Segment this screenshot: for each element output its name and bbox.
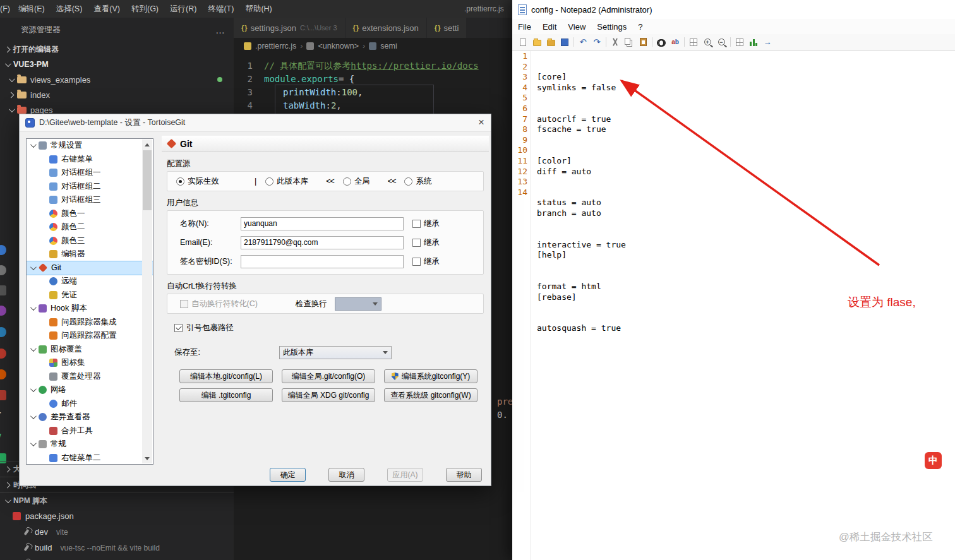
- menu-terminal[interactable]: 终端(T): [202, 4, 239, 15]
- npm-scripts-section[interactable]: NPM 脚本: [0, 492, 234, 508]
- edit-xdg-config-button[interactable]: 编辑全局 XDG git/config: [282, 388, 375, 402]
- zoom-out-icon[interactable]: −: [714, 35, 728, 49]
- code-link[interactable]: https://prettier.io/docs: [351, 59, 478, 73]
- radio-repository[interactable]: 此版本库: [265, 176, 308, 187]
- auto-convert-checkbox[interactable]: [180, 300, 188, 308]
- tab-settings-json[interactable]: { } settings.json C:\...\User 3: [234, 18, 345, 38]
- menu-run[interactable]: 运行(R): [164, 4, 202, 15]
- radio-system[interactable]: 系统: [404, 176, 431, 187]
- breadcrumb-item[interactable]: .prettierrc.js: [255, 42, 296, 51]
- tree-item-git-selected[interactable]: Git: [27, 261, 153, 275]
- scrollbar-thumb[interactable]: [143, 150, 152, 210]
- new-file-icon[interactable]: [516, 35, 530, 49]
- tree-item-index[interactable]: index: [0, 87, 234, 102]
- apply-button[interactable]: 应用(A): [387, 468, 423, 482]
- tree-item-hook-scripts[interactable]: Hook 脚本: [27, 302, 153, 316]
- radio-global[interactable]: 全局: [343, 176, 370, 187]
- menu-file[interactable]: File: [512, 22, 537, 32]
- zoom-in-icon[interactable]: +: [700, 35, 714, 49]
- tree-item-diff-viewer[interactable]: 差异查看器: [27, 410, 153, 424]
- help-button[interactable]: 帮助: [446, 468, 482, 482]
- project-section[interactable]: VUE3-PM: [0, 57, 234, 72]
- breadcrumb-item[interactable]: semi: [380, 42, 397, 51]
- tree-item-dialogs-1[interactable]: 对话框组一: [27, 166, 153, 180]
- menu-file-fragment[interactable]: (F): [0, 4, 13, 13]
- inherit-key[interactable]: 继承: [412, 256, 440, 267]
- tree-item-overlay-handlers[interactable]: 覆盖处理器: [27, 370, 153, 384]
- npm-script-dev[interactable]: dev vite: [0, 524, 234, 540]
- tree-item-dialogs-3[interactable]: 对话框组三: [27, 193, 153, 207]
- code-editor[interactable]: 1 // 具体配置可以参考 https://prettier.io/docs 2…: [234, 54, 512, 112]
- chart-icon[interactable]: [747, 35, 760, 49]
- open-editors-section[interactable]: 打开的编辑器: [0, 42, 234, 57]
- tree-item-remote[interactable]: 远端: [27, 275, 153, 289]
- tree-item-issue-tracker-integration[interactable]: 问题跟踪器集成: [27, 316, 153, 330]
- cut-icon[interactable]: [608, 35, 622, 49]
- cancel-button[interactable]: 取消: [328, 468, 364, 482]
- tree-item-credential[interactable]: 凭证: [27, 289, 153, 302]
- copy-icon[interactable]: [622, 35, 636, 49]
- tree-item-colors-1[interactable]: 颜色一: [27, 207, 153, 221]
- tree-item-views-examples[interactable]: views_examples: [0, 72, 234, 87]
- tree-item-general-settings[interactable]: 常规设置: [27, 139, 153, 153]
- redo-icon[interactable]: ↷: [590, 35, 604, 49]
- tab-extensions-json[interactable]: { } extensions.json: [345, 18, 427, 38]
- tree-item-context-menu[interactable]: 右键菜单: [27, 153, 153, 167]
- browse-icon[interactable]: [544, 35, 558, 49]
- tree-item-colors-3[interactable]: 颜色三: [27, 234, 153, 248]
- tree-item-colors-2[interactable]: 颜色二: [27, 220, 153, 234]
- tree-item-email[interactable]: 邮件: [27, 397, 153, 411]
- tree-item-advanced[interactable]: 常规: [27, 438, 153, 451]
- exit-icon[interactable]: →: [760, 35, 774, 49]
- npm-package-json[interactable]: package.json: [0, 508, 234, 524]
- close-icon[interactable]: ×: [478, 116, 484, 129]
- view-system-config-button[interactable]: 查看系统级 gitconfig(W): [384, 388, 478, 402]
- ok-button[interactable]: 确定: [270, 468, 306, 482]
- undo-icon[interactable]: ↶: [576, 35, 590, 49]
- replace-icon[interactable]: ab: [668, 35, 682, 49]
- tree-item-icon-set[interactable]: 图标集: [27, 356, 153, 370]
- tab-settings-partial[interactable]: { } setti: [427, 18, 467, 38]
- scroll-down-icon[interactable]: [142, 453, 152, 463]
- inherit-name[interactable]: 继承: [412, 218, 440, 229]
- breadcrumb-item[interactable]: <unknown>: [318, 42, 359, 51]
- radio-effective[interactable]: 实际生效: [176, 176, 219, 187]
- tree-item-editor[interactable]: 编辑器: [27, 247, 153, 261]
- name-field[interactable]: [241, 217, 404, 230]
- menu-view[interactable]: 查看(V): [88, 4, 126, 15]
- find-icon[interactable]: [654, 35, 668, 49]
- menu-question[interactable]: ?: [632, 22, 648, 32]
- menu-go[interactable]: 转到(G): [126, 4, 164, 15]
- tree-item-network[interactable]: 网络: [27, 383, 153, 397]
- check-eol-dropdown[interactable]: [335, 297, 381, 311]
- menu-help[interactable]: 帮助(H): [239, 4, 277, 15]
- wrap-icon[interactable]: [733, 35, 747, 49]
- open-file-icon[interactable]: [530, 35, 544, 49]
- quote-paths-option[interactable]: 引号包裹路径: [174, 323, 489, 333]
- signing-key-field[interactable]: [241, 255, 404, 268]
- menu-selection[interactable]: 选择(S): [51, 4, 88, 15]
- tree-item-dialogs-2[interactable]: 对话框组二: [27, 180, 153, 194]
- scroll-up-icon[interactable]: [142, 140, 152, 150]
- menu-edit[interactable]: 编辑(E): [13, 4, 51, 15]
- edit-system-config-button[interactable]: 编辑系统gitconfig(Y): [384, 369, 478, 383]
- email-field[interactable]: [241, 236, 404, 249]
- edit-global-config-button[interactable]: 编辑全局.git/config(O): [282, 369, 375, 383]
- tree-item-merge-tool[interactable]: 合并工具: [27, 424, 153, 438]
- npm-script-build[interactable]: build vue-tsc --noEmit && vite build: [0, 540, 234, 556]
- edit-tgitconfig-button[interactable]: 编辑 .tgitconfig: [179, 388, 273, 402]
- tree-item-issue-tracker-config[interactable]: 问题跟踪器配置: [27, 329, 153, 343]
- view-scheme-icon[interactable]: [687, 35, 700, 49]
- menu-view[interactable]: View: [562, 22, 591, 32]
- edit-local-config-button[interactable]: 编辑本地.git/config(L): [179, 369, 273, 383]
- menu-settings[interactable]: Settings: [591, 22, 632, 32]
- inherit-email[interactable]: 继承: [412, 237, 440, 248]
- save-to-dropdown[interactable]: 此版本库: [279, 346, 392, 359]
- more-actions-icon[interactable]: …: [215, 25, 225, 35]
- menu-edit[interactable]: Edit: [537, 22, 562, 32]
- tree-item-context-menu-2[interactable]: 右键菜单二: [27, 451, 153, 465]
- tree-scrollbar[interactable]: [142, 140, 152, 463]
- tree-item-icon-overlays[interactable]: 图标覆盖: [27, 343, 153, 357]
- save-icon[interactable]: [558, 35, 572, 49]
- paste-icon[interactable]: [636, 35, 650, 49]
